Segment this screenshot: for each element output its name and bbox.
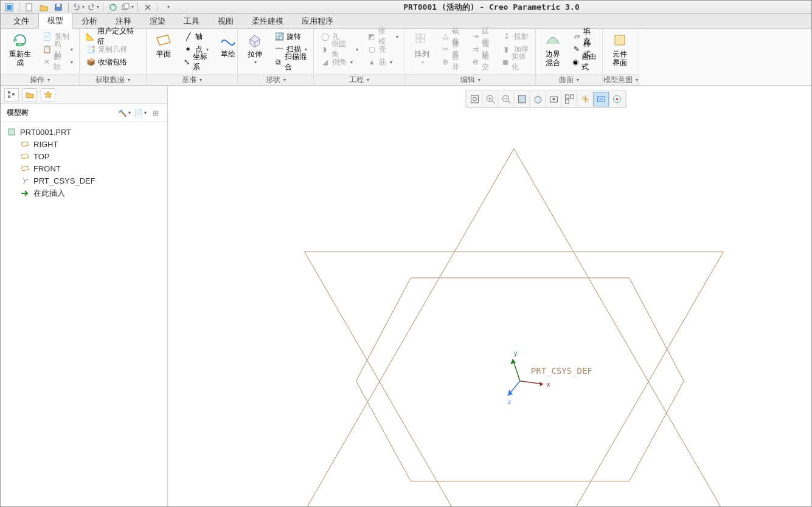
- new-icon[interactable]: [23, 2, 35, 13]
- svg-rect-27: [570, 95, 574, 98]
- svg-marker-33: [305, 252, 724, 506]
- model-tree: PRT0001.PRT RIGHT TOP FRONT PRT_CSYS_DEF: [1, 122, 167, 506]
- app-menu-icon[interactable]: [3, 2, 15, 13]
- tab-flex[interactable]: 柔性建模: [243, 13, 293, 29]
- rib-button: ▲筋▾: [364, 56, 401, 68]
- svg-marker-40: [510, 359, 516, 364]
- sweep-icon: 〰: [274, 44, 284, 54]
- redo-icon[interactable]: ▾: [87, 2, 99, 13]
- windows-icon[interactable]: ▾: [122, 2, 134, 13]
- quick-access-toolbar: ▾ ▾ ▾ ▾: [3, 2, 174, 13]
- saved-views-icon[interactable]: [546, 92, 561, 106]
- plane-button[interactable]: 平面: [150, 30, 177, 60]
- ribbon-tabs: 文件 模型 分析 注释 渲染 工具 视图 柔性建模 应用程序: [1, 14, 811, 29]
- tree-root[interactable]: PRT0001.PRT: [3, 126, 165, 138]
- tab-render[interactable]: 渲染: [141, 13, 175, 29]
- svg-rect-12: [416, 39, 420, 43]
- round-icon: ◗: [320, 44, 329, 54]
- svg-point-20: [473, 97, 476, 101]
- componentui-button[interactable]: 元件 界面: [606, 30, 633, 68]
- panel-getdata-label[interactable]: 获取数据▾: [80, 74, 146, 85]
- panel-datum-label[interactable]: 基准▾: [147, 74, 237, 85]
- panel-operation-label[interactable]: 操作▾: [1, 74, 79, 85]
- open-icon[interactable]: [38, 2, 50, 13]
- panel-surface-label[interactable]: 曲面▾: [536, 74, 602, 85]
- csys-button[interactable]: ⤡坐标系: [181, 56, 211, 68]
- tree-item-insert[interactable]: 在此插入: [3, 187, 165, 200]
- panel-modelintent-label[interactable]: 模型意图▾: [603, 74, 639, 85]
- tree-tool-settings-icon[interactable]: 📄▾: [134, 108, 145, 119]
- svg-rect-23: [518, 95, 526, 103]
- tab-analysis[interactable]: 分析: [72, 13, 106, 29]
- svg-marker-34: [411, 278, 629, 469]
- tab-app[interactable]: 应用程序: [293, 13, 342, 29]
- display-style-icon[interactable]: [530, 92, 546, 106]
- svg-rect-8: [16, 43, 24, 44]
- svg-rect-9: [16, 45, 22, 46]
- tab-model[interactable]: 模型: [38, 13, 72, 29]
- tree-view-icon[interactable]: [4, 88, 19, 102]
- merge-button: ⊕合并: [439, 56, 465, 68]
- svg-rect-15: [8, 91, 10, 94]
- shrinkwrap-button[interactable]: 📦收缩包络: [83, 56, 142, 68]
- svg-marker-37: [540, 382, 543, 387]
- plane-icon: [155, 32, 172, 49]
- panel-engineering-label[interactable]: 工程▾: [314, 74, 404, 85]
- pattern-button[interactable]: 阵列 ▾: [409, 30, 435, 66]
- insert-arrow-icon: [20, 188, 30, 198]
- tree-tool-show-icon[interactable]: ⊞: [150, 108, 161, 119]
- revolve-button[interactable]: 🔄旋转: [272, 30, 310, 43]
- zoom-out-icon[interactable]: [498, 92, 514, 106]
- save-icon[interactable]: [52, 2, 64, 13]
- repaint-icon[interactable]: [514, 92, 530, 106]
- view-manager-icon[interactable]: [561, 92, 577, 106]
- mirror-icon: ⧋: [442, 32, 449, 41]
- axis-button[interactable]: ╱轴: [181, 30, 211, 43]
- udf-button[interactable]: 📐用户定义特征: [83, 30, 142, 43]
- tree-item-front[interactable]: FRONT: [3, 162, 165, 174]
- svg-rect-18: [9, 129, 15, 135]
- boundary-button[interactable]: 边界 混合: [540, 30, 566, 68]
- chamfer-button: ◢倒角▾: [318, 56, 361, 68]
- shell-button: ▢壳: [364, 43, 401, 55]
- svg-rect-28: [565, 100, 569, 103]
- axis-icon: ╱: [183, 32, 193, 41]
- qat-dropdown-icon[interactable]: ▾: [162, 2, 174, 13]
- folder-view-icon[interactable]: [23, 88, 37, 102]
- favorites-icon[interactable]: [41, 88, 55, 102]
- extrude-button[interactable]: 拉伸 ▾: [241, 30, 268, 66]
- tree-item-top[interactable]: TOP: [3, 150, 165, 162]
- shrinkwrap-icon: 📦: [86, 57, 95, 67]
- spin-center-icon[interactable]: [609, 92, 625, 106]
- regenerate-button[interactable]: 重新生成: [4, 30, 36, 68]
- refit-icon[interactable]: [467, 92, 482, 106]
- tab-view[interactable]: 视图: [209, 13, 243, 29]
- csys-icon: ⤡: [183, 57, 190, 67]
- tab-file[interactable]: 文件: [4, 13, 38, 29]
- panel-shape-label[interactable]: 形状▾: [238, 74, 313, 85]
- panel-edit-label[interactable]: 编辑▾: [405, 74, 535, 85]
- 3d-viewport[interactable]: x y z PRT_CSYS_DEF: [168, 86, 811, 506]
- tree-item-right[interactable]: RIGHT: [3, 138, 165, 150]
- project-icon: ↧: [502, 32, 512, 41]
- extrude-icon: [246, 32, 263, 49]
- draft-button: ◩拔模▾: [364, 30, 401, 43]
- svg-rect-26: [565, 95, 569, 98]
- close-icon[interactable]: [142, 2, 154, 13]
- tab-tools[interactable]: 工具: [175, 13, 209, 29]
- rib-icon: ▲: [367, 57, 377, 67]
- freestyle-icon: ◉: [572, 57, 579, 67]
- draft-icon: ◩: [367, 32, 376, 41]
- tree-tool-filter-icon[interactable]: 🔨▾: [119, 108, 130, 119]
- datum-display-icon[interactable]: [577, 92, 593, 106]
- annotation-display-icon[interactable]: [593, 92, 609, 106]
- zoom-in-icon[interactable]: [482, 92, 498, 106]
- undo-icon[interactable]: ▾: [72, 2, 85, 13]
- tab-annotate[interactable]: 注释: [106, 13, 141, 29]
- regen-qat-icon[interactable]: [107, 2, 119, 13]
- tree-item-csys[interactable]: PRT_CSYS_DEF: [3, 174, 165, 187]
- sweepblend-button[interactable]: ⧉扫描混合: [272, 56, 310, 68]
- solidify-icon: ◼: [502, 57, 510, 67]
- freestyle-button[interactable]: ◉自由式: [570, 56, 599, 68]
- extend-icon: ⇥: [471, 32, 479, 41]
